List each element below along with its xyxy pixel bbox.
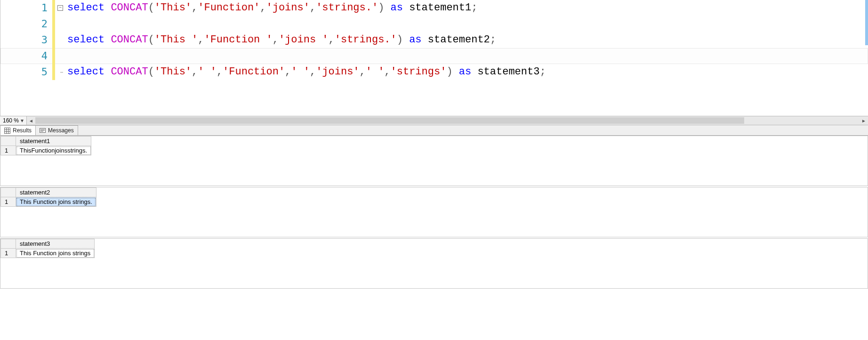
scroll-track[interactable] <box>35 117 860 124</box>
table-row[interactable]: 1This Function joins strings <box>1 249 95 258</box>
table-row[interactable]: 1This Function joins strings. <box>1 197 96 207</box>
cell-value[interactable]: This Function joins strings <box>16 249 95 258</box>
result-grid[interactable]: statement21This Function joins strings. <box>0 187 868 237</box>
line-number: 3 <box>0 32 52 48</box>
code-line[interactable]: 3select CONCAT('This ','Function ','join… <box>0 32 868 48</box>
line-number: 5 <box>0 64 52 80</box>
rownum-header[interactable] <box>1 137 16 146</box>
scroll-left-icon[interactable]: ◄ <box>27 118 35 123</box>
change-marker <box>52 64 55 80</box>
code-text[interactable]: select CONCAT('This ','Function ','joins… <box>65 32 496 48</box>
result-grid[interactable]: statement11ThisFunctionjoinsstrings. <box>0 136 868 186</box>
line-number: 4 <box>0 48 52 64</box>
grid-icon <box>4 128 10 134</box>
code-line[interactable]: 5select CONCAT('This',' ','Function',' '… <box>0 64 868 80</box>
result-grid[interactable]: statement31This Function joins strings <box>0 238 868 289</box>
tab-messages[interactable]: Messages <box>35 125 78 135</box>
zoom-selector[interactable]: 160 % ▾ <box>0 116 27 125</box>
cell-value[interactable]: ThisFunctionjoinsstrings. <box>16 146 91 155</box>
column-header[interactable]: statement1 <box>16 137 91 146</box>
collapse-toggle-icon[interactable]: − <box>57 5 63 11</box>
change-marker <box>52 48 55 64</box>
code-line[interactable]: 1−select CONCAT('This','Function','joins… <box>0 0 868 16</box>
cell-value[interactable]: This Function joins strings. <box>16 197 96 207</box>
change-marker <box>52 16 55 32</box>
code-line[interactable]: 2 <box>0 16 868 32</box>
column-header[interactable]: statement2 <box>16 188 96 197</box>
column-header[interactable]: statement3 <box>16 239 95 249</box>
rownum-header[interactable] <box>1 188 16 197</box>
scroll-right-icon[interactable]: ► <box>860 118 868 123</box>
change-marker <box>52 32 55 48</box>
horizontal-scrollbar[interactable]: ◄ ► <box>27 117 868 124</box>
tab-messages-label: Messages <box>48 127 74 134</box>
chevron-down-icon: ▾ <box>19 117 25 124</box>
scroll-thumb[interactable] <box>35 117 744 124</box>
sql-editor[interactable]: 1−select CONCAT('This','Function','joins… <box>0 0 868 116</box>
code-text[interactable]: select CONCAT('This',' ','Function',' ',… <box>65 64 546 80</box>
line-number: 1 <box>0 0 52 16</box>
rownum-header[interactable] <box>1 239 16 249</box>
tab-results-label: Results <box>13 127 32 134</box>
editor-footer: 160 % ▾ ◄ ► <box>0 116 868 125</box>
tab-results[interactable]: Results <box>0 125 36 135</box>
vscroll-marker <box>865 0 868 45</box>
zoom-value: 160 % <box>3 117 19 124</box>
row-number[interactable]: 1 <box>1 146 16 155</box>
svg-rect-0 <box>5 128 10 133</box>
outline-gutter[interactable]: − <box>55 5 65 11</box>
table-row[interactable]: 1ThisFunctionjoinsstrings. <box>1 146 91 155</box>
results-panel: statement11ThisFunctionjoinsstrings. sta… <box>0 136 868 340</box>
row-number[interactable]: 1 <box>1 249 16 258</box>
messages-icon <box>40 128 46 134</box>
line-number: 2 <box>0 16 52 32</box>
code-line[interactable]: 4 <box>0 48 868 64</box>
row-number[interactable]: 1 <box>1 197 16 207</box>
results-tabbar: Results Messages <box>0 125 868 136</box>
code-text[interactable]: select CONCAT('This','Function','joins',… <box>65 0 477 16</box>
